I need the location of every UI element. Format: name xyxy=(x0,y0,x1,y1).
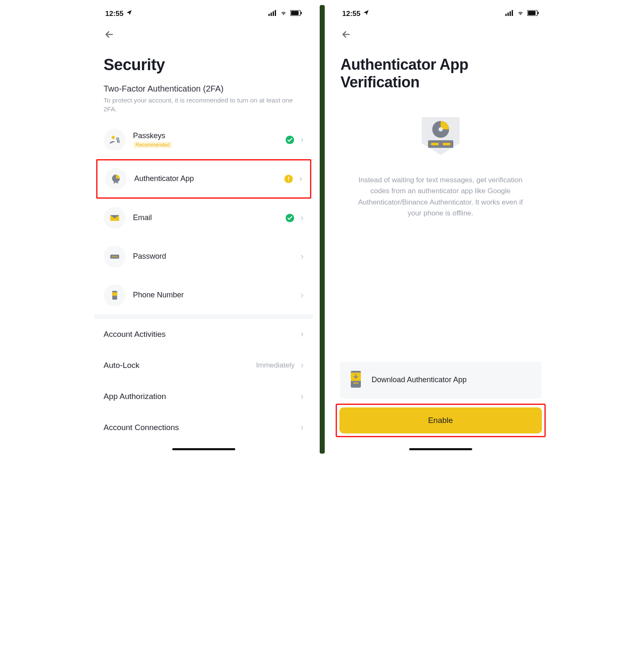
section-separator xyxy=(95,315,313,319)
signal-icon xyxy=(505,10,514,18)
row-label: Phone Number xyxy=(133,291,293,299)
location-icon xyxy=(126,9,133,18)
section-desc: To protect your account, it is recommend… xyxy=(95,94,313,121)
row-auto-lock[interactable]: Auto-Lock Immediately › xyxy=(95,350,313,381)
svg-rect-26 xyxy=(512,10,513,16)
authenticator-icon xyxy=(105,168,127,190)
chevron-right-icon: › xyxy=(300,251,303,262)
row-password[interactable]: Password › xyxy=(95,237,313,276)
svg-rect-1 xyxy=(271,13,272,16)
svg-rect-14 xyxy=(288,181,289,181)
svg-rect-2 xyxy=(273,11,274,16)
row-account-connections[interactable]: Account Connections › xyxy=(95,412,313,443)
row-value: Immediately xyxy=(256,361,295,370)
wifi-icon xyxy=(279,10,288,18)
row-label: Email xyxy=(133,213,278,222)
passkeys-icon xyxy=(104,129,126,151)
password-icon xyxy=(104,246,126,268)
svg-rect-13 xyxy=(288,176,289,179)
svg-point-31 xyxy=(439,127,443,131)
svg-rect-29 xyxy=(538,12,539,14)
description-text: Instead of waiting for text messages, ge… xyxy=(341,167,541,219)
status-time: 12:55 xyxy=(105,10,124,18)
svg-rect-10 xyxy=(113,182,116,183)
svg-rect-25 xyxy=(510,11,511,16)
download-label: Download Authenticator App xyxy=(372,375,467,384)
row-label: Account Activities xyxy=(104,330,166,339)
row-account-activities[interactable]: Account Activities › xyxy=(95,319,313,350)
back-button[interactable] xyxy=(104,34,115,41)
status-bar: 12:55 xyxy=(331,5,550,21)
chevron-right-icon: › xyxy=(300,422,303,433)
wifi-icon xyxy=(516,10,525,18)
warning-icon xyxy=(284,174,293,184)
row-email[interactable]: Email › xyxy=(95,199,313,237)
enable-button[interactable]: Enable xyxy=(339,407,542,433)
chevron-right-icon: › xyxy=(300,391,303,402)
recommended-badge: Recommended xyxy=(133,142,172,148)
chevron-right-icon: › xyxy=(300,360,303,371)
enable-highlight: Enable xyxy=(336,404,546,437)
row-phone-number[interactable]: Phone Number › xyxy=(95,276,313,315)
svg-rect-33 xyxy=(431,143,439,145)
signal-icon xyxy=(268,10,277,18)
row-authenticator-app[interactable]: Authenticator App › xyxy=(96,159,311,199)
svg-point-8 xyxy=(116,138,118,140)
battery-icon xyxy=(527,10,539,18)
svg-rect-11 xyxy=(116,182,118,183)
back-button[interactable] xyxy=(341,34,352,41)
download-authenticator-row[interactable]: Download Authenticator App xyxy=(340,362,541,399)
row-label: Auto-Lock xyxy=(104,361,140,370)
authenticator-illustration: Instead of waiting for text messages, ge… xyxy=(331,96,550,223)
home-indicator xyxy=(409,448,472,450)
row-app-authorization[interactable]: App Authorization › xyxy=(95,381,313,412)
chevron-right-icon: › xyxy=(300,290,303,301)
status-bar: 12:55 xyxy=(95,5,313,21)
svg-rect-5 xyxy=(291,10,298,15)
status-time: 12:55 xyxy=(342,10,360,18)
row-label: Account Connections xyxy=(104,423,179,432)
check-icon xyxy=(285,135,294,144)
chevron-right-icon: › xyxy=(300,213,303,223)
svg-rect-37 xyxy=(353,383,358,383)
svg-rect-34 xyxy=(443,143,450,145)
row-label: Password xyxy=(133,252,293,261)
screens-divider xyxy=(320,5,325,454)
chevron-right-icon: › xyxy=(299,173,302,184)
check-icon xyxy=(285,213,294,223)
home-indicator xyxy=(172,448,235,450)
svg-rect-24 xyxy=(507,13,509,16)
download-icon xyxy=(347,370,364,390)
authenticator-verification-screen: 12:55 Authenticator App Verification xyxy=(331,5,550,454)
svg-rect-6 xyxy=(301,12,302,14)
row-label: App Authorization xyxy=(104,392,166,401)
svg-point-18 xyxy=(112,256,113,257)
row-passkeys[interactable]: Passkeys Recommended › xyxy=(95,121,313,159)
svg-rect-23 xyxy=(505,14,507,16)
page-title: Authenticator App Verification xyxy=(331,45,550,96)
row-label: Passkeys xyxy=(133,131,278,140)
email-icon xyxy=(104,207,126,229)
svg-rect-28 xyxy=(528,10,535,15)
svg-rect-0 xyxy=(268,14,270,16)
battery-icon xyxy=(290,10,302,18)
svg-rect-3 xyxy=(275,10,276,16)
chevron-right-icon: › xyxy=(300,134,303,145)
row-label: Authenticator App xyxy=(134,174,277,183)
svg-point-7 xyxy=(111,136,114,139)
phone-icon xyxy=(104,284,126,306)
svg-point-19 xyxy=(114,256,115,257)
location-icon xyxy=(363,9,370,18)
svg-point-20 xyxy=(116,256,117,257)
page-title: Security xyxy=(95,45,313,78)
section-title: Two-Factor Authentication (2FA) xyxy=(95,78,313,94)
svg-rect-22 xyxy=(112,292,117,296)
chevron-right-icon: › xyxy=(300,329,303,340)
security-screen: 12:55 Security Two-Factor Authentication… xyxy=(95,5,313,454)
